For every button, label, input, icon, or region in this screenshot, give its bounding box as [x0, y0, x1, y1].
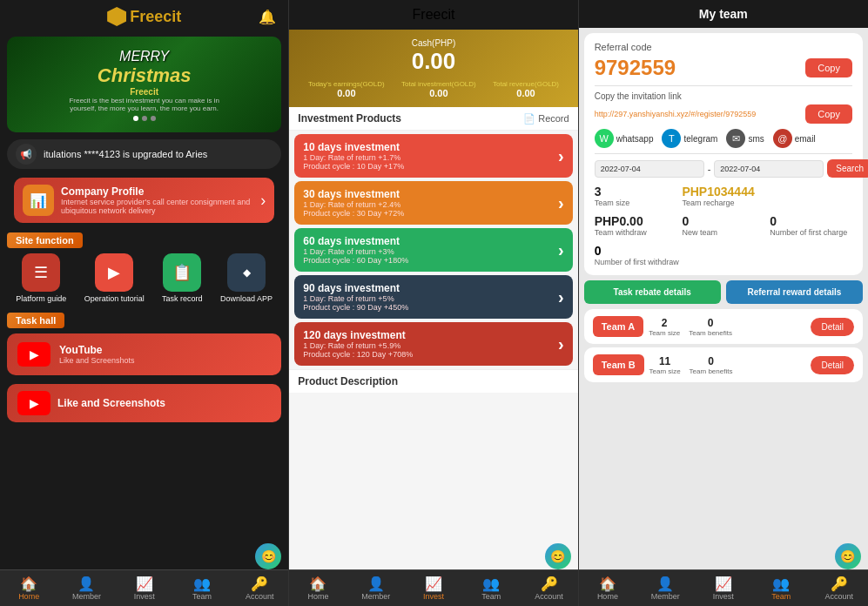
banner-text: MERRY Christmas Freecit Freecit is the b… — [66, 49, 223, 121]
product-60-detail2: Product cycle : 60 Day +180% — [303, 256, 408, 265]
copy-code-button[interactable]: Copy — [805, 58, 852, 77]
nav-home-label: Home — [18, 592, 39, 601]
product-90days[interactable]: 90 days investment 1 Day: Rate of return… — [294, 275, 572, 319]
nav2-home[interactable]: 🏠 Home — [289, 570, 347, 606]
like-screenshots-card[interactable]: ▶ Like and Screenshots — [7, 384, 281, 422]
stat-first-charge: 0 Number of first charge — [770, 214, 852, 237]
referral-reward-button[interactable]: Referral reward details — [726, 280, 863, 304]
product-10-title: 10 days investment — [303, 141, 404, 153]
product-120days[interactable]: 120 days investment 1 Day: Rate of retur… — [294, 322, 572, 366]
gold-section: Cash(PHP) 0.00 Today's earnings(GOLD) 0.… — [289, 30, 577, 107]
nav2-account[interactable]: 🔑 Account — [520, 570, 577, 606]
team-a-detail-button[interactable]: Detail — [811, 318, 854, 336]
record-icon: 📄 — [523, 113, 535, 125]
nav-invest[interactable]: 📈 Invest — [116, 570, 173, 606]
first-withdraw-value: 0 — [595, 244, 852, 258]
func-task-record[interactable]: 📋 Task record — [162, 253, 203, 303]
team-b-name: Team B — [593, 354, 644, 375]
download-app-label: Download APP — [220, 294, 273, 303]
member-icon: 👤 — [77, 576, 95, 592]
platform-guide-label: Platform guide — [16, 294, 66, 303]
bell-icon[interactable]: 🔔 — [259, 9, 276, 25]
company-icon: 📊 — [23, 185, 54, 216]
youtube-card[interactable]: ▶ YouTube Like and Screenshots — [7, 333, 281, 375]
nav-team[interactable]: 👥 Team — [173, 570, 231, 606]
site-function: Site function ☰ Platform guide ▶ Operati… — [7, 232, 281, 306]
nav3-team-label: Team — [771, 592, 791, 601]
task-rebate-button[interactable]: Task rebate details — [584, 280, 721, 304]
team3-icon: 👥 — [772, 576, 790, 592]
share-sms[interactable]: ✉ sms — [726, 129, 764, 148]
youtube-text: YouTube Like and Screenshots — [59, 344, 135, 365]
nav3-invest[interactable]: 📈 Invest — [695, 570, 752, 606]
nav3-team[interactable]: 👥 Team — [752, 570, 810, 606]
product-120-info: 120 days investment 1 Day: Rate of retur… — [303, 329, 413, 359]
inv-link-label: Copy the invitation link — [595, 91, 852, 101]
func-platform-guide[interactable]: ☰ Platform guide — [16, 253, 66, 303]
total-revenue-label: Total revenue(GOLD) — [493, 80, 559, 88]
product-30days[interactable]: 30 days investment 1 Day: Rate of return… — [294, 181, 572, 225]
func-operation-tutorial[interactable]: ▶ Operation tutorial — [84, 253, 145, 303]
nav2-member[interactable]: 👤 Member — [347, 570, 405, 606]
company-card[interactable]: 📊 Company Profile Internet service provi… — [14, 178, 274, 223]
date-from-input[interactable] — [595, 160, 704, 178]
nav3-member[interactable]: 👤 Member — [636, 570, 694, 606]
func-download-app[interactable]: ◆ Download APP — [220, 253, 273, 303]
share-telegram[interactable]: T telegram — [662, 129, 717, 148]
product-60days[interactable]: 60 days investment 1 Day: Rate of return… — [294, 228, 572, 272]
invitation-link[interactable]: http://297.yanshiyanshi.xyz/#/register/9… — [595, 110, 757, 118]
banner-tagline: Freecit is the best investment you can m… — [66, 97, 223, 112]
member2-icon: 👤 — [367, 576, 385, 592]
team-a-size-val: 2 — [649, 317, 680, 329]
account2-icon: 🔑 — [541, 576, 558, 592]
marquee-text: itulations ****4123 is upgraded to Aries — [44, 149, 273, 159]
share-email[interactable]: @ email — [773, 129, 816, 148]
copy-link-button[interactable]: Copy — [805, 104, 852, 124]
team-recharge-value: PHP1034444 — [682, 185, 852, 199]
team-a-benefit-label: Team benefits — [689, 329, 732, 337]
product-10days[interactable]: 10 days investment 1 Day: Rate of return… — [294, 134, 572, 178]
like-play-icon: ▶ — [17, 391, 50, 415]
brand2-name: Freecit — [413, 7, 455, 22]
product-60-title: 60 days investment — [303, 235, 408, 247]
nav3-home[interactable]: 🏠 Home — [579, 570, 636, 606]
team-b-benefits: 0 Team benefits — [690, 355, 733, 375]
banner-brand: Freecit — [66, 87, 223, 97]
nav-account[interactable]: 🔑 Account — [231, 570, 288, 606]
team-b-detail-button[interactable]: Detail — [811, 356, 854, 374]
nav2-account-label: Account — [535, 592, 563, 601]
banner-christmas: Christmas — [66, 64, 223, 87]
nav-home[interactable]: 🏠 Home — [0, 570, 57, 606]
product-10-info: 10 days investment 1 Day: Rate of return… — [303, 141, 404, 171]
nav-member[interactable]: 👤 Member — [57, 570, 115, 606]
operation-tutorial-label: Operation tutorial — [84, 294, 145, 303]
nav2-team[interactable]: 👥 Team — [462, 570, 520, 606]
team-b-card: Team B 11 Team size 0 Team benefits Deta… — [584, 347, 863, 382]
team-content: Referral code 9792559 Copy Copy the invi… — [579, 28, 868, 569]
search-button[interactable]: Search — [827, 159, 868, 178]
record-button[interactable]: 📄 Record — [523, 113, 569, 125]
cash-label: Cash(PHP) — [299, 38, 567, 48]
stat-team-size: 3 Team size — [595, 185, 677, 207]
telegram-icon: T — [662, 129, 681, 148]
product-30-detail2: Product cycle : 30 Day +72% — [303, 209, 404, 218]
youtube-title: YouTube — [59, 344, 135, 356]
first-charge-label: Number of first charge — [770, 228, 852, 237]
total-revenue-value: 0.00 — [493, 88, 559, 98]
product-120-title: 120 days investment — [303, 329, 413, 341]
nav2-invest[interactable]: 📈 Invest — [405, 570, 462, 606]
logo2: Freecit — [413, 7, 455, 23]
record-label: Record — [538, 113, 569, 124]
speaker-icon: 📢 — [16, 144, 37, 165]
product-120-arrow: › — [558, 334, 564, 354]
product-10-arrow: › — [558, 146, 564, 166]
team-b-size: 11 Team size — [649, 355, 681, 375]
inv-link-row: http://297.yanshiyanshi.xyz/#/register/9… — [595, 104, 852, 124]
download-app-icon: ◆ — [227, 253, 266, 292]
product-60-arrow: › — [558, 240, 564, 260]
referral-code: 9792559 — [595, 56, 676, 80]
date-to-input[interactable] — [714, 160, 824, 178]
nav3-account[interactable]: 🔑 Account — [811, 570, 868, 606]
team-a-card: Team A 2 Team size 0 Team benefits Detai… — [584, 309, 863, 344]
share-whatsapp[interactable]: W whatsapp — [595, 129, 654, 148]
